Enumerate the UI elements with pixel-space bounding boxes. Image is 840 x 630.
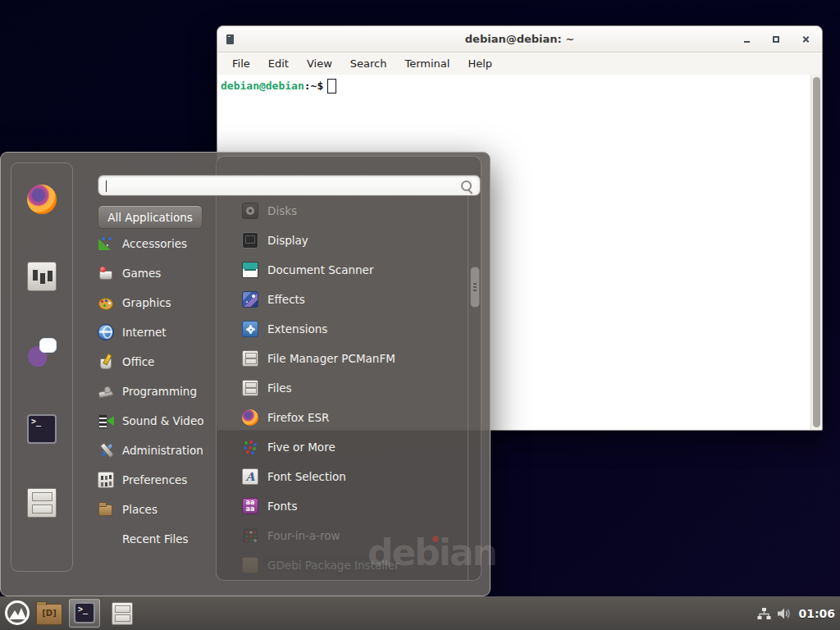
- terminal-titlebar[interactable]: debian@debian: ~: [217, 26, 822, 52]
- firefox-icon: [242, 409, 258, 426]
- games-icon: [98, 265, 114, 281]
- network-icon[interactable]: [757, 607, 771, 620]
- preferences-icon: [98, 472, 114, 488]
- app-item-extensions[interactable]: Extensions: [217, 314, 468, 344]
- four-in-a-row-icon: [242, 527, 258, 544]
- menu-item-edit[interactable]: Edit: [259, 57, 298, 70]
- files-launcher-icon[interactable]: [112, 602, 133, 625]
- search-icon: [461, 180, 472, 191]
- clock[interactable]: 01:06: [798, 607, 835, 620]
- terminal-menubar: File Edit View Search Terminal Help: [217, 52, 822, 75]
- terminal-scrollbar-thumb[interactable]: [813, 77, 820, 427]
- document-scanner-icon: [242, 262, 258, 278]
- category-item-accessories[interactable]: Accessories: [98, 229, 221, 258]
- settings-mixer-icon[interactable]: [27, 262, 57, 291]
- application-menu: Disks Display Document Scanner Effects E…: [0, 152, 491, 596]
- shell-prompt: debian@debian:~$: [221, 79, 819, 93]
- window-menu-icon[interactable]: [226, 34, 234, 44]
- app-item-firefox-esr[interactable]: Firefox ESR: [217, 403, 468, 432]
- accessories-icon: [98, 235, 114, 252]
- category-item-internet[interactable]: Internet: [98, 317, 221, 347]
- category-item-graphics[interactable]: Graphics: [98, 288, 221, 317]
- terminal-icon: [74, 602, 95, 623]
- app-item-display[interactable]: Display: [217, 226, 468, 255]
- category-item-office[interactable]: Office: [98, 347, 221, 377]
- places-icon: [98, 501, 114, 518]
- display-icon: [242, 232, 258, 249]
- window-controls: [740, 26, 812, 52]
- app-item-files[interactable]: Files: [217, 373, 468, 403]
- app-item-five-or-more[interactable]: Five or More: [217, 432, 468, 462]
- taskbar: 01:06: [0, 596, 840, 630]
- category-item-recent-files[interactable]: Recent Files: [98, 524, 221, 554]
- prompt-path: :~$: [304, 80, 323, 92]
- terminal-scrollbar[interactable]: [810, 75, 822, 430]
- category-item-administration[interactable]: Administration: [98, 436, 221, 465]
- maximize-icon[interactable]: [769, 33, 783, 46]
- file-cabinet-icon: [242, 380, 258, 396]
- menu-item-search[interactable]: Search: [341, 57, 396, 70]
- graphics-icon: [98, 294, 114, 311]
- app-item-four-in-a-row[interactable]: Four-in-a-row: [217, 521, 468, 550]
- internet-icon: [98, 324, 114, 340]
- app-item-gdebi-package-installer[interactable]: GDebi Package Installer: [217, 550, 468, 580]
- volume-icon[interactable]: [777, 607, 792, 620]
- category-item-programming[interactable]: Programming: [98, 377, 221, 406]
- menu-item-file[interactable]: File: [223, 57, 259, 70]
- menu-logo-icon[interactable]: [5, 600, 30, 625]
- menu-item-view[interactable]: View: [298, 57, 341, 70]
- category-item-sound-video[interactable]: Sound & Video: [98, 406, 221, 436]
- folder-launcher-icon[interactable]: [36, 604, 62, 625]
- firefox-icon[interactable]: [27, 185, 57, 214]
- applications-list: Disks Display Document Scanner Effects E…: [217, 196, 468, 580]
- file-cabinet-icon[interactable]: [27, 488, 57, 518]
- app-item-document-scanner[interactable]: Document Scanner: [217, 255, 468, 285]
- minimize-icon[interactable]: [740, 33, 753, 46]
- close-icon[interactable]: [799, 33, 812, 46]
- effects-icon: [242, 291, 258, 308]
- window-title: debian@debian: ~: [217, 33, 822, 45]
- app-item-disks[interactable]: Disks: [217, 196, 468, 226]
- category-item-places[interactable]: Places: [98, 495, 221, 524]
- category-item-games[interactable]: Games: [98, 258, 221, 288]
- all-applications-button[interactable]: All Applications: [98, 205, 203, 229]
- five-or-more-icon: [242, 439, 258, 455]
- favorites-column: [11, 162, 73, 572]
- menu-item-terminal[interactable]: Terminal: [395, 57, 459, 70]
- app-item-effects[interactable]: Effects: [217, 285, 468, 314]
- extensions-icon: [242, 321, 258, 337]
- terminal-taskbar-button[interactable]: [69, 599, 100, 628]
- app-item-font-selection[interactable]: Font Selection: [217, 462, 468, 491]
- app-item-fonts[interactable]: Fonts: [217, 491, 468, 521]
- desktop: debian debian@debian: ~ File Edit View S…: [0, 0, 840, 630]
- sound-video-icon: [98, 413, 114, 429]
- applications-scrollbar-thumb[interactable]: [470, 267, 480, 308]
- prompt-user-host: debian@debian: [221, 80, 304, 92]
- office-icon: [98, 354, 114, 370]
- pidgin-icon[interactable]: [27, 338, 57, 368]
- search-input[interactable]: [105, 176, 461, 195]
- disks-icon: [242, 203, 258, 219]
- applications-scrollbar[interactable]: [468, 193, 481, 580]
- gdebi-icon: [242, 557, 258, 573]
- font-selection-icon: [242, 468, 258, 485]
- search-box[interactable]: [98, 175, 481, 196]
- terminal-cursor: [327, 79, 336, 94]
- system-tray: 01:06: [757, 596, 835, 630]
- terminal-icon[interactable]: [27, 414, 57, 444]
- text-caret: [106, 180, 107, 192]
- category-list: Accessories Games Graphics Internet Offi…: [98, 229, 221, 554]
- menu-item-help[interactable]: Help: [459, 57, 501, 70]
- administration-icon: [98, 442, 114, 459]
- file-cabinet-icon: [242, 350, 258, 367]
- app-item-file-manager-pcmanfm[interactable]: File Manager PCManFM: [217, 344, 468, 373]
- programming-icon: [98, 383, 114, 399]
- fonts-icon: [242, 498, 258, 514]
- category-item-preferences[interactable]: Preferences: [98, 465, 221, 495]
- applications-panel: Disks Display Document Scanner Effects E…: [216, 156, 482, 581]
